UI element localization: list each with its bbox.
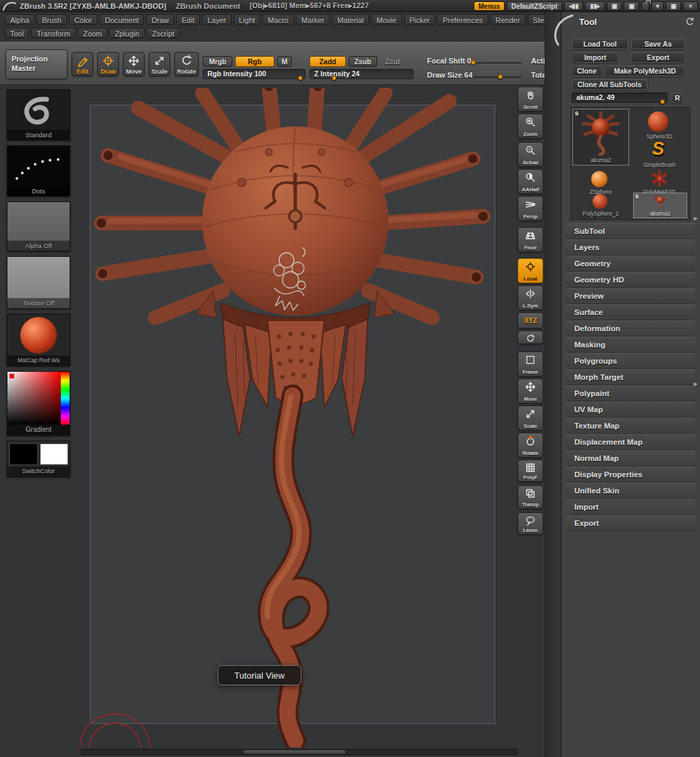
- recent-tool-thumb-akuma2[interactable]: 9 akuma2: [633, 193, 687, 218]
- scroll-left-button[interactable]: ◂▮▮: [564, 1, 583, 11]
- polysphere-icon[interactable]: [593, 194, 607, 209]
- tool-section-row[interactable]: Masking: [566, 337, 695, 353]
- tool-section-row[interactable]: Unified Skin: [566, 483, 695, 499]
- tool-section-row[interactable]: Surface: [566, 304, 695, 320]
- menu-item[interactable]: Color: [69, 14, 97, 25]
- edit-mode-button[interactable]: Edit: [72, 52, 93, 76]
- tool-section-row[interactable]: Polypaint: [566, 385, 695, 401]
- default-zscript-button[interactable]: DefaultZScript: [507, 1, 562, 11]
- tray-divider[interactable]: [545, 12, 561, 757]
- alpha-selector-off[interactable]: Alpha Off: [7, 201, 70, 251]
- floor-grid-button[interactable]: Floor: [518, 227, 543, 252]
- menu-item[interactable]: Light: [234, 14, 261, 25]
- tool-section-row[interactable]: Displacement Map: [566, 434, 695, 450]
- make-polymesh3d-button[interactable]: Make PolyMesh3D: [605, 66, 685, 76]
- transparency-button[interactable]: Transp: [518, 485, 543, 509]
- z-intensity-handle[interactable]: [332, 76, 336, 80]
- menu-item[interactable]: Movie: [371, 14, 401, 25]
- restore-default-icon[interactable]: [684, 17, 695, 27]
- main-color-swatch[interactable]: [9, 443, 38, 465]
- texture-selector-off[interactable]: Texture Off: [7, 256, 70, 309]
- menu-item[interactable]: Zplugin: [109, 28, 145, 39]
- export-button[interactable]: Export: [631, 52, 685, 63]
- clone-all-subtools-button[interactable]: Clone All SubTools: [572, 79, 647, 90]
- draw-size-label[interactable]: Draw Size 64: [427, 71, 472, 79]
- move-3d-button[interactable]: Move: [518, 378, 543, 404]
- menu-item[interactable]: Edit: [176, 14, 200, 25]
- rgb-intensity-handle[interactable]: [298, 76, 303, 80]
- menu-item[interactable]: Material: [332, 14, 369, 25]
- focal-shift-label[interactable]: Focal Shift 0: [427, 57, 471, 65]
- tool-section-row[interactable]: Geometry HD: [566, 272, 695, 288]
- menu-item[interactable]: Draw: [146, 14, 174, 25]
- scale-3d-button[interactable]: Scale: [518, 406, 543, 431]
- active-tool-slider-handle[interactable]: [660, 99, 665, 104]
- perspective-button[interactable]: Persp: [518, 196, 543, 221]
- rotate-3d-button[interactable]: Rotate: [518, 433, 543, 458]
- tool-section-row[interactable]: Normal Map: [566, 450, 695, 466]
- aahalf-button[interactable]: AAHalf: [518, 169, 543, 194]
- frame-button[interactable]: Frame: [518, 351, 543, 376]
- hue-strip[interactable]: [61, 372, 70, 425]
- move-mode-button[interactable]: Move: [123, 52, 145, 76]
- tool-section-row[interactable]: Geometry: [566, 255, 695, 272]
- rgb-button[interactable]: Rgb: [235, 56, 274, 67]
- zsub-button[interactable]: Zsub: [349, 56, 377, 67]
- stroke-selector-dots[interactable]: Dots: [7, 145, 70, 197]
- zsphere-icon[interactable]: [591, 171, 607, 187]
- tool-section-row[interactable]: Preview: [566, 288, 695, 304]
- lasso-button[interactable]: Lasso: [518, 512, 543, 535]
- tool-section-row[interactable]: Morph Target: [566, 369, 695, 385]
- draw-size-track[interactable]: [473, 76, 522, 78]
- local-pivot-button[interactable]: Local: [518, 258, 543, 283]
- menu-item[interactable]: Zscript: [147, 28, 180, 39]
- scroll-button[interactable]: Scroll: [518, 87, 543, 112]
- minimize-button[interactable]: ▾: [651, 1, 664, 11]
- brush-selector-standard[interactable]: Standard: [7, 89, 70, 141]
- tool-section-row[interactable]: SubTool: [566, 223, 695, 239]
- saturation-value-square[interactable]: [7, 372, 61, 425]
- import-button[interactable]: Import: [572, 52, 619, 63]
- polymesh3d-star-icon[interactable]: [651, 170, 668, 187]
- horizontal-scrollbar[interactable]: [80, 749, 518, 755]
- menu-item[interactable]: Tool: [5, 28, 29, 39]
- menu-item[interactable]: Zoom: [78, 28, 107, 39]
- lock-button[interactable]: [641, 1, 649, 11]
- menu-item[interactable]: Layer: [202, 14, 232, 25]
- save-as-button[interactable]: Save As: [631, 39, 685, 49]
- menu-item[interactable]: Transform: [31, 28, 76, 39]
- tray-arrow-icon[interactable]: ►: [693, 215, 699, 222]
- polyframe-button[interactable]: PolyF: [518, 460, 543, 482]
- simplebrush-icon[interactable]: S: [652, 139, 664, 160]
- tool-section-row[interactable]: Export: [566, 515, 695, 531]
- tool-section-row[interactable]: Display Properties: [566, 466, 695, 483]
- zadd-button[interactable]: Zadd: [309, 56, 346, 67]
- sculpt-model[interactable]: [73, 88, 519, 748]
- menu-item[interactable]: Preferences: [437, 14, 488, 25]
- clone-button[interactable]: Clone: [572, 66, 602, 76]
- tool-section-row[interactable]: Deformation: [566, 320, 695, 337]
- sphere3d-icon[interactable]: [648, 112, 668, 132]
- restore-button[interactable]: ▣: [666, 1, 681, 11]
- scale-mode-button[interactable]: Scale: [149, 52, 170, 76]
- spin-button[interactable]: [518, 331, 543, 344]
- switch-color[interactable]: SwitchColor: [7, 441, 70, 477]
- active-tool-slider[interactable]: akuma2. 49: [572, 93, 668, 103]
- close-button[interactable]: ×: [683, 1, 698, 11]
- tutorial-view-button[interactable]: Tutorial View: [218, 665, 301, 685]
- xyz-symmetry-button[interactable]: XYZ: [518, 312, 543, 328]
- menu-item[interactable]: Document: [99, 14, 144, 25]
- material-selector[interactable]: MatCap Red Wa: [7, 314, 70, 366]
- rgb-intensity-slider[interactable]: Rgb Intensity 100: [203, 69, 305, 79]
- local-symmetry-button[interactable]: L.Sym: [518, 285, 543, 310]
- menu-item[interactable]: Render: [491, 14, 526, 25]
- zoom-button[interactable]: Zoom: [518, 114, 543, 139]
- draw-size-handle[interactable]: [498, 74, 503, 79]
- zcut-button[interactable]: Zcut: [380, 56, 405, 67]
- r-button[interactable]: R: [672, 93, 683, 103]
- menu-item[interactable]: Marker: [296, 14, 330, 25]
- tool-section-row[interactable]: Texture Map: [566, 418, 695, 434]
- mrgb-button[interactable]: Mrgb: [203, 56, 232, 67]
- menus-button[interactable]: Menus: [474, 1, 505, 11]
- actual-size-button[interactable]: Actual: [518, 142, 543, 167]
